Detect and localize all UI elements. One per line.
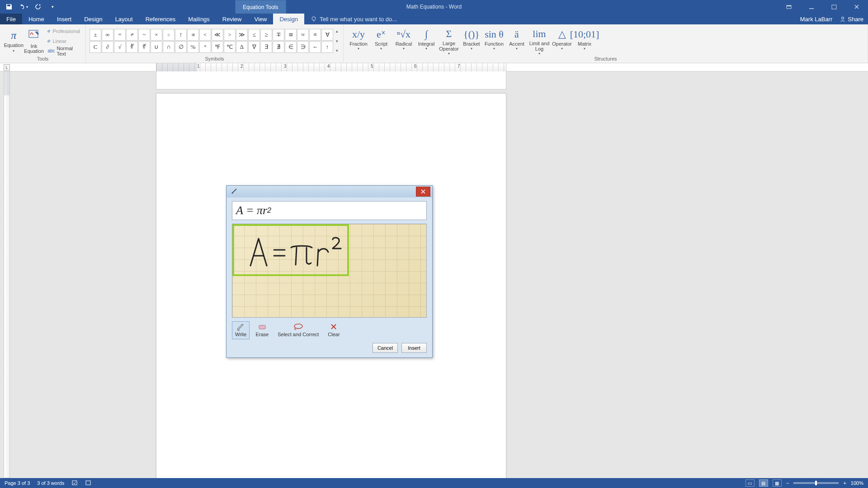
symbol-cell[interactable]: ℉ xyxy=(212,41,223,53)
symbol-cell[interactable]: C xyxy=(90,41,101,53)
symbol-cell[interactable]: ∈ xyxy=(285,41,297,53)
spellcheck-icon[interactable] xyxy=(71,479,78,487)
dialog-close-button[interactable] xyxy=(416,187,430,197)
zoom-level[interactable]: 100% xyxy=(851,480,863,486)
macro-icon[interactable] xyxy=(85,479,91,487)
structure-function-button[interactable]: sin θFunction▾ xyxy=(483,27,505,56)
structure-fraction-button[interactable]: x/yFraction▾ xyxy=(347,27,370,56)
symbol-cell[interactable]: ∪ xyxy=(151,41,162,53)
clear-tool-button[interactable]: Clear xyxy=(325,321,343,339)
symbols-scroll-down-icon[interactable]: ▾ xyxy=(334,39,340,43)
professional-button[interactable]: ℯ Professional xyxy=(46,27,82,36)
linear-button[interactable]: ℯ Linear xyxy=(46,37,82,46)
tab-references[interactable]: References xyxy=(139,14,182,24)
symbol-cell[interactable]: % xyxy=(187,41,199,53)
symbol-cell[interactable]: ≈ xyxy=(297,29,309,41)
symbol-cell[interactable]: × xyxy=(151,29,162,41)
read-mode-button[interactable]: ▭ xyxy=(745,479,755,487)
horizontal-ruler[interactable]: 1234567 xyxy=(156,63,506,71)
undo-icon[interactable]: ▾ xyxy=(19,2,28,11)
symbol-cell[interactable]: ∛ xyxy=(126,41,138,53)
symbol-cell[interactable]: ≤ xyxy=(248,29,260,41)
symbol-cell[interactable]: ↑ xyxy=(321,41,333,53)
insert-button[interactable]: Insert xyxy=(401,343,427,353)
select-correct-tool-button[interactable]: Select and Correct xyxy=(274,321,322,339)
ink-equation-button[interactable]: Ink Equation xyxy=(24,27,44,56)
write-tool-button[interactable]: Write xyxy=(232,321,250,339)
cancel-button[interactable]: Cancel xyxy=(373,343,398,353)
symbol-cell[interactable]: = xyxy=(114,29,126,41)
minimize-icon[interactable] xyxy=(805,0,818,14)
tell-me-search[interactable]: Tell me what you want to do... xyxy=(304,14,397,24)
symbol-cell[interactable]: ÷ xyxy=(163,29,175,41)
structure-large-operator-button[interactable]: ΣLarge Operator▾ xyxy=(438,27,460,56)
save-icon[interactable] xyxy=(5,2,14,11)
symbol-cell[interactable]: ∜ xyxy=(138,41,150,53)
symbol-cell[interactable]: ° xyxy=(199,41,211,53)
vertical-ruler[interactable] xyxy=(4,71,10,478)
tab-layout[interactable]: Layout xyxy=(109,14,139,24)
normal-text-button[interactable]: abc Normal Text xyxy=(46,47,82,56)
redo-icon[interactable] xyxy=(33,2,42,11)
symbol-cell[interactable]: ← xyxy=(309,41,321,53)
tab-selector[interactable]: L xyxy=(4,64,10,70)
zoom-in-button[interactable]: + xyxy=(843,480,846,486)
symbol-cell[interactable]: ∇ xyxy=(248,41,260,53)
tab-equation-design[interactable]: Design xyxy=(273,14,304,24)
symbol-cell[interactable]: ∞ xyxy=(102,29,113,41)
symbol-cell[interactable]: ∀ xyxy=(321,29,333,41)
symbol-cell[interactable]: ∓ xyxy=(273,29,284,41)
symbol-cell[interactable]: ℃ xyxy=(224,41,236,53)
symbol-cell[interactable]: ≡ xyxy=(309,29,321,41)
symbol-cell[interactable]: ≠ xyxy=(126,29,138,41)
maximize-icon[interactable] xyxy=(827,0,841,14)
word-count[interactable]: 3 of 3 words xyxy=(37,480,64,486)
symbol-cell[interactable]: ∩ xyxy=(163,41,175,53)
structure-radical-button[interactable]: ⁿ√xRadical▾ xyxy=(392,27,415,56)
symbol-cell[interactable]: ~ xyxy=(138,29,150,41)
symbol-cell[interactable]: ≪ xyxy=(212,29,223,41)
tab-insert[interactable]: Insert xyxy=(51,14,78,24)
tab-file[interactable]: File xyxy=(0,14,22,24)
web-layout-button[interactable]: ▦ xyxy=(773,479,782,487)
symbol-cell[interactable]: ∅ xyxy=(175,41,187,53)
symbol-cell[interactable]: ∋ xyxy=(297,41,309,53)
dialog-titlebar[interactable] xyxy=(226,186,432,197)
erase-tool-button[interactable]: Erase xyxy=(252,321,272,339)
symbol-cell[interactable]: ∆ xyxy=(236,41,248,53)
symbol-cell[interactable]: ≫ xyxy=(236,29,248,41)
print-layout-button[interactable]: ▤ xyxy=(759,479,768,487)
structure-bracket-button[interactable]: {()}Bracket▾ xyxy=(460,27,483,56)
structure-matrix-button[interactable]: [10;01]Matrix▾ xyxy=(573,27,596,56)
symbols-scroll-up-icon[interactable]: ▴ xyxy=(334,29,340,33)
zoom-slider[interactable] xyxy=(793,482,839,484)
symbol-cell[interactable]: ∃ xyxy=(260,41,272,53)
qat-customize-icon[interactable]: ▾ xyxy=(48,2,57,11)
close-icon[interactable] xyxy=(850,0,863,14)
share-button[interactable]: Share xyxy=(840,16,863,23)
zoom-out-button[interactable]: − xyxy=(786,480,789,486)
symbol-cell[interactable]: < xyxy=(199,29,211,41)
structure-integral-button[interactable]: ∫Integral▾ xyxy=(415,27,438,56)
symbol-cell[interactable]: ∝ xyxy=(187,29,199,41)
tab-home[interactable]: Home xyxy=(22,14,51,24)
symbol-cell[interactable]: > xyxy=(224,29,236,41)
symbol-cell[interactable]: ± xyxy=(90,29,101,41)
symbol-cell[interactable]: √ xyxy=(114,41,126,53)
symbols-more-icon[interactable]: ▾ xyxy=(334,48,340,53)
symbol-cell[interactable]: ≥ xyxy=(260,29,272,41)
ink-writing-pad[interactable] xyxy=(232,224,427,318)
tab-review[interactable]: Review xyxy=(216,14,248,24)
symbol-cell[interactable]: ! xyxy=(175,29,187,41)
symbol-cell[interactable]: ≅ xyxy=(285,29,297,41)
structure-accent-button[interactable]: äAccent▾ xyxy=(505,27,528,56)
structure-script-button[interactable]: eˣScript▾ xyxy=(370,27,392,56)
ribbon-display-options-icon[interactable] xyxy=(782,0,796,14)
structure-limit-and-log-button[interactable]: limLimit and Log▾ xyxy=(528,27,551,56)
page-indicator[interactable]: Page 3 of 3 xyxy=(5,480,30,486)
tab-view[interactable]: View xyxy=(248,14,273,24)
equation-button[interactable]: π Equation ▾ xyxy=(4,27,24,56)
tab-mailings[interactable]: Mailings xyxy=(182,14,216,24)
symbol-cell[interactable]: ∄ xyxy=(273,41,284,53)
tab-design[interactable]: Design xyxy=(78,14,108,24)
